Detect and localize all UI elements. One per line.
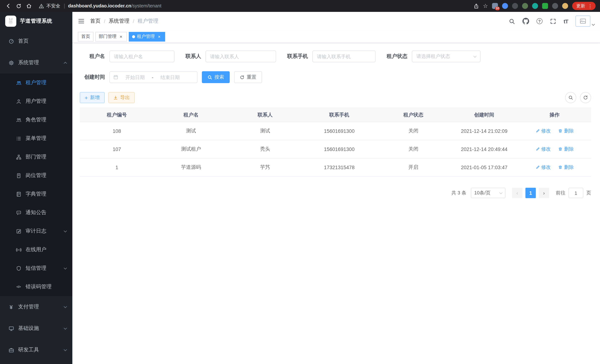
- delete-link[interactable]: 删除: [558, 128, 574, 134]
- search-icon[interactable]: [509, 18, 515, 24]
- sidebar-item-dev-tools[interactable]: 研发工具: [0, 339, 72, 361]
- tags-view-bar: 首页 部门管理 × 租户管理 ×: [72, 30, 600, 43]
- goto-page-input[interactable]: [568, 188, 583, 198]
- page-size-select[interactable]: 10条/页: [471, 188, 505, 198]
- page-number-button[interactable]: 1: [525, 188, 536, 198]
- end-date-input[interactable]: [154, 75, 186, 80]
- sidebar-item-system-management[interactable]: 系统管理: [0, 52, 72, 74]
- sidebar-item-label: 字典管理: [26, 191, 46, 197]
- browser-actions: ☆ 10 更新 ⋮: [473, 2, 597, 10]
- edit-link[interactable]: 修改: [535, 164, 551, 171]
- browser-reload-button[interactable]: [13, 1, 24, 11]
- sidebar-item-audit-log[interactable]: 审计日志: [0, 222, 72, 241]
- tab-dept-management[interactable]: 部门管理 ×: [95, 32, 127, 41]
- chevron-down-icon: [499, 191, 503, 194]
- sidebar-item-tenant-management[interactable]: 租户管理: [0, 74, 72, 92]
- sidebar-item-payment-management[interactable]: ¥ 支付管理: [0, 296, 72, 318]
- tab-tenant-management[interactable]: 租户管理 ×: [129, 32, 165, 41]
- book-icon: [16, 191, 21, 197]
- github-icon[interactable]: [523, 18, 529, 25]
- extension-icon[interactable]: [542, 3, 548, 9]
- extension-icon[interactable]: [512, 3, 518, 9]
- browser-menu-icon[interactable]: ⋮: [588, 3, 593, 9]
- main-area: 首页 / 系统管理 / 租户管理 ?: [72, 12, 600, 364]
- extensions-puzzle-icon[interactable]: [552, 3, 558, 9]
- active-dot: [132, 35, 135, 38]
- sidebar-item-label: 审计日志: [26, 228, 46, 234]
- export-button[interactable]: 导出: [108, 92, 135, 103]
- sidebar-item-error-code[interactable]: </> 错误码管理: [0, 278, 72, 296]
- sidebar-item-notice[interactable]: 通知公告: [0, 203, 72, 222]
- breadcrumb-home[interactable]: 首页: [90, 18, 101, 25]
- shield-icon: [16, 265, 21, 271]
- sidebar-item-menu-management[interactable]: 菜单管理: [0, 129, 72, 148]
- cell-contact: 芋艿: [228, 158, 302, 177]
- tenant-name-input[interactable]: [110, 50, 174, 62]
- start-date-input[interactable]: [119, 75, 151, 80]
- sidebar-item-role-management[interactable]: 角色管理: [0, 111, 72, 129]
- share-icon[interactable]: [473, 3, 479, 9]
- close-icon[interactable]: ×: [157, 34, 162, 39]
- delete-link[interactable]: 删除: [558, 146, 574, 152]
- create-time-label: 创建时间: [80, 74, 105, 81]
- sidebar-item-dict-management[interactable]: 字典管理: [0, 185, 72, 203]
- chevron-down-icon: [64, 231, 66, 232]
- breadcrumb-system[interactable]: 系统管理: [109, 18, 130, 25]
- browser-back-button[interactable]: [3, 1, 13, 11]
- delete-link[interactable]: 删除: [558, 164, 574, 171]
- prev-page-button[interactable]: ‹: [512, 188, 523, 198]
- extension-icon[interactable]: [502, 3, 508, 9]
- sidebar-item-sms-management[interactable]: 短信管理: [0, 259, 72, 278]
- reset-button[interactable]: 重置: [234, 71, 262, 83]
- sidebar-item-infrastructure[interactable]: 基础设施: [0, 318, 72, 339]
- filter-row-2: 创建时间 - 搜索: [80, 71, 591, 83]
- create-time-range-picker[interactable]: -: [110, 71, 197, 83]
- add-button-label: 新增: [90, 94, 100, 101]
- sidebar-item-label: 系统管理: [18, 59, 39, 66]
- mobile-input[interactable]: [312, 50, 375, 62]
- navbar-actions: ? tT: [509, 16, 594, 27]
- next-page-button[interactable]: ›: [539, 188, 549, 198]
- browser-home-button[interactable]: [24, 1, 34, 11]
- system-submenu: 租户管理 用户管理 角色管理: [0, 74, 72, 296]
- refresh-button[interactable]: [580, 92, 591, 103]
- plus-icon: +: [84, 95, 88, 100]
- sidebar-item-online-users[interactable]: 在线用户: [0, 241, 72, 259]
- edit-link[interactable]: 修改: [535, 146, 551, 152]
- date-range-separator: -: [151, 75, 154, 80]
- sidebar-item-dept-management[interactable]: 部门管理: [0, 148, 72, 166]
- sidebar-item-post-management[interactable]: 岗位管理: [0, 166, 72, 185]
- edit-link[interactable]: 修改: [535, 128, 551, 134]
- add-button[interactable]: + 新增: [80, 92, 105, 103]
- status-select[interactable]: 请选择租户状态: [412, 50, 480, 62]
- address-bar[interactable]: 不安全 dashboard.yudao.iocoder.cn/system/te…: [38, 1, 469, 11]
- search-button[interactable]: 搜索: [202, 71, 230, 83]
- extension-icon[interactable]: [522, 3, 528, 9]
- tab-home[interactable]: 首页: [78, 32, 94, 41]
- browser-update-button[interactable]: 更新 ⋮: [572, 2, 596, 10]
- close-icon[interactable]: ×: [118, 34, 123, 39]
- toggle-search-button[interactable]: [565, 92, 576, 103]
- sidebar-item-home[interactable]: 首页: [0, 30, 72, 52]
- font-size-icon[interactable]: tT: [564, 18, 568, 24]
- sidebar-collapse-icon[interactable]: [78, 18, 84, 25]
- cell-contact: 测试: [228, 122, 302, 140]
- user-avatar-menu[interactable]: [575, 16, 594, 27]
- bookmark-star-icon[interactable]: ☆: [483, 3, 488, 9]
- url-host: dashboard.yudao.iocoder.cn: [68, 3, 131, 9]
- toolbox-icon: [8, 347, 14, 353]
- help-icon[interactable]: ?: [536, 18, 543, 24]
- contact-input[interactable]: [206, 50, 276, 62]
- sidebar-item-user-management[interactable]: 用户管理: [0, 92, 72, 111]
- chevron-up-icon: [64, 61, 66, 64]
- sidebar-logo[interactable]: 芋道管理系统: [0, 12, 72, 30]
- url-path: /system/tenant: [131, 3, 161, 9]
- profile-avatar-icon[interactable]: [562, 3, 568, 9]
- extension-icon[interactable]: [532, 3, 538, 9]
- pagination-total: 共 3 条: [451, 190, 466, 196]
- fullscreen-icon[interactable]: [550, 18, 556, 24]
- dashboard-icon: [8, 38, 14, 44]
- filter-row-1: 租户名 联系人 联系手机 租户状态 请选择租户状态: [80, 50, 591, 62]
- extension-icon[interactable]: 10: [492, 3, 498, 9]
- col-header-tenant-name: 租户名: [154, 108, 228, 122]
